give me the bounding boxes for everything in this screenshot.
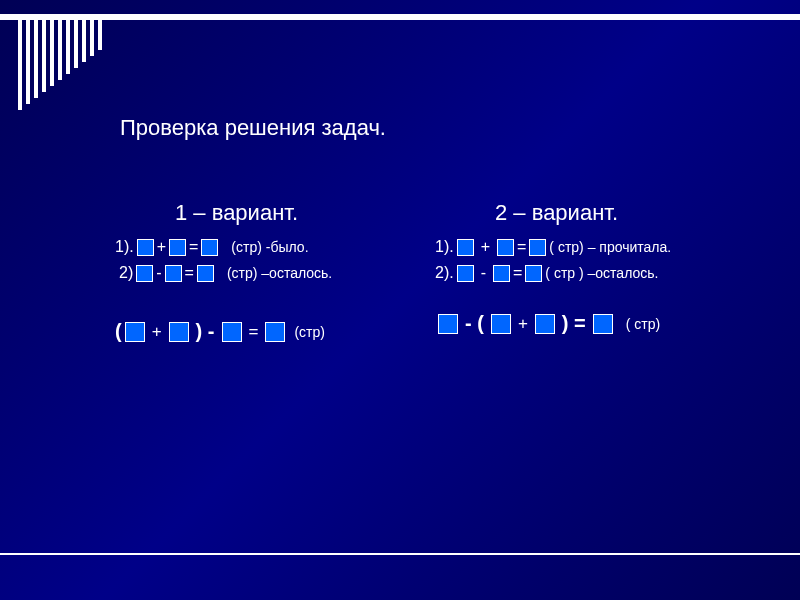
decorative-bars: [18, 20, 102, 110]
v2-l2-suffix: ( стр ) –осталось.: [545, 265, 658, 281]
v1-l1-eq: =: [189, 238, 198, 256]
variant-1-heading: 1 – вариант.: [115, 200, 370, 226]
placeholder-box: [201, 239, 218, 256]
bottom-divider: [0, 553, 800, 555]
variant-2-line-2: 2). - = ( стр ) –осталось.: [435, 264, 770, 282]
v1-expr-eq: =: [249, 322, 259, 342]
top-divider: [0, 14, 800, 20]
placeholder-box: [529, 239, 546, 256]
placeholder-box: [457, 265, 474, 282]
placeholder-box: [169, 239, 186, 256]
v1-expr-open: (: [115, 320, 122, 343]
placeholder-box: [535, 314, 555, 334]
placeholder-box: [169, 322, 189, 342]
v2-l1-eq: =: [517, 238, 526, 256]
placeholder-box: [493, 265, 510, 282]
v2-expr-pre: - (: [465, 312, 484, 335]
v2-l1-prefix: 1).: [435, 238, 454, 256]
v1-l2-op: -: [156, 264, 161, 282]
variant-2-expression: - ( + ) = ( стр): [435, 312, 770, 335]
variant-2-heading: 2 – вариант.: [435, 200, 770, 226]
content-area: 1 – вариант. 1). + = (стр) -было. 2) - =…: [0, 200, 800, 351]
placeholder-box: [137, 239, 154, 256]
placeholder-box: [197, 265, 214, 282]
placeholder-box: [165, 265, 182, 282]
variant-1-line-1: 1). + = (стр) -было.: [115, 238, 370, 256]
placeholder-box: [497, 239, 514, 256]
v1-l1-suffix: (стр) -было.: [231, 239, 308, 255]
placeholder-box: [491, 314, 511, 334]
v1-l1-op: +: [157, 238, 166, 256]
slide-title: Проверка решения задач.: [120, 115, 386, 141]
variant-1-line-2: 2) - = (стр) –осталось.: [115, 264, 370, 282]
v2-expr-op: +: [518, 314, 528, 334]
variant-2-column: 2 – вариант. 1). + = ( стр) – прочитала.…: [400, 200, 800, 351]
placeholder-box: [438, 314, 458, 334]
placeholder-box: [125, 322, 145, 342]
v2-expr-close: ) =: [562, 312, 586, 335]
v2-l2-prefix: 2).: [435, 264, 454, 282]
variant-1-column: 1 – вариант. 1). + = (стр) -было. 2) - =…: [0, 200, 400, 351]
placeholder-box: [136, 265, 153, 282]
v1-expr-close: ) -: [196, 320, 215, 343]
v1-l2-prefix: 2): [119, 264, 133, 282]
placeholder-box: [525, 265, 542, 282]
v2-expr-suffix: ( стр): [626, 316, 660, 332]
variant-1-expression: ( + ) - = (стр): [115, 320, 370, 343]
placeholder-box: [593, 314, 613, 334]
placeholder-box: [265, 322, 285, 342]
v1-l2-eq: =: [185, 264, 194, 282]
variant-2-line-1: 1). + = ( стр) – прочитала.: [435, 238, 770, 256]
v2-l2-eq: =: [513, 264, 522, 282]
v1-expr-op: +: [152, 322, 162, 342]
placeholder-box: [457, 239, 474, 256]
placeholder-box: [222, 322, 242, 342]
v1-l1-prefix: 1).: [115, 238, 134, 256]
v2-l1-suffix: ( стр) – прочитала.: [549, 239, 671, 255]
v1-expr-suffix: (стр): [294, 324, 325, 340]
v2-l2-op: -: [481, 264, 486, 282]
v1-l2-suffix: (стр) –осталось.: [227, 265, 332, 281]
v2-l1-op: +: [481, 238, 490, 256]
